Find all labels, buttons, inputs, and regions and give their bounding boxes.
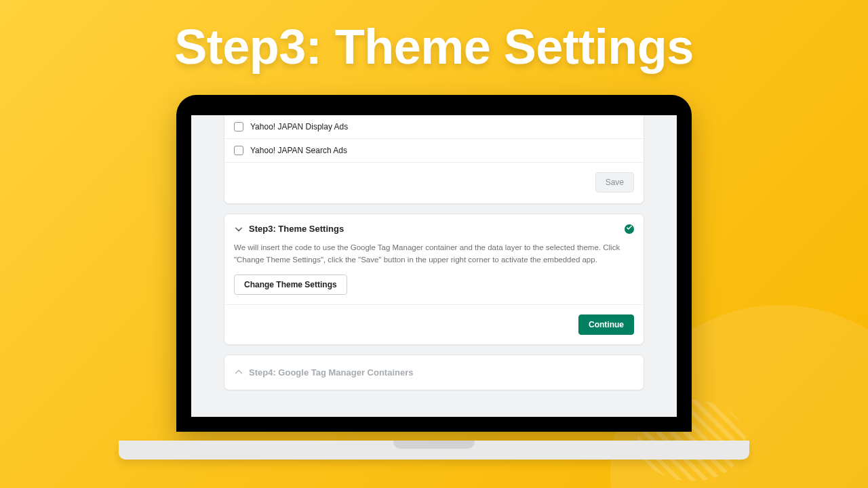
step4-header[interactable]: Step4: Google Tag Manager Containers — [224, 355, 644, 390]
step3-description: We will insert the code to use the Googl… — [224, 239, 644, 274]
step3-sub-actions: Change Theme Settings — [224, 274, 644, 305]
laptop-bezel: Yahoo! JAPAN Display Ads Yahoo! JAPAN Se… — [176, 95, 692, 432]
settings-card-ads-options: Yahoo! JAPAN Display Ads Yahoo! JAPAN Se… — [224, 115, 644, 204]
laptop-base — [119, 441, 749, 460]
option-row[interactable]: Yahoo! JAPAN Display Ads — [224, 115, 644, 139]
chevron-down-icon — [234, 224, 243, 234]
page-title: Step3: Theme Settings — [0, 19, 868, 75]
laptop-notch — [393, 441, 475, 449]
step4-title-wrap: Step4: Google Tag Manager Containers — [234, 367, 413, 378]
checkbox-icon[interactable] — [234, 146, 243, 155]
step3-title: Step3: Theme Settings — [249, 224, 344, 234]
card-actions: Save — [224, 163, 644, 203]
step3-continue-row: Continue — [224, 305, 644, 344]
laptop-screen: Yahoo! JAPAN Display Ads Yahoo! JAPAN Se… — [191, 115, 677, 417]
step3-card: Step3: Theme Settings We will insert the… — [224, 214, 644, 345]
continue-button[interactable]: Continue — [578, 314, 634, 335]
step3-title-wrap: Step3: Theme Settings — [234, 224, 344, 234]
option-row[interactable]: Yahoo! JAPAN Search Ads — [224, 139, 644, 163]
laptop-mockup: Yahoo! JAPAN Display Ads Yahoo! JAPAN Se… — [176, 95, 692, 432]
chevron-up-icon — [234, 367, 243, 377]
option-label: Yahoo! JAPAN Display Ads — [250, 122, 348, 131]
save-button[interactable]: Save — [595, 172, 634, 192]
app-content: Yahoo! JAPAN Display Ads Yahoo! JAPAN Se… — [191, 115, 677, 417]
status-complete-icon — [625, 224, 634, 234]
step3-header[interactable]: Step3: Theme Settings — [224, 214, 644, 239]
check-icon — [627, 225, 632, 232]
step4-card: Step4: Google Tag Manager Containers — [224, 354, 644, 390]
step4-title: Step4: Google Tag Manager Containers — [249, 367, 413, 378]
stage: Step3: Theme Settings Yahoo! JAPAN Displ… — [0, 0, 868, 488]
option-label: Yahoo! JAPAN Search Ads — [250, 146, 347, 155]
checkbox-icon[interactable] — [234, 122, 243, 131]
change-theme-settings-button[interactable]: Change Theme Settings — [234, 274, 347, 295]
